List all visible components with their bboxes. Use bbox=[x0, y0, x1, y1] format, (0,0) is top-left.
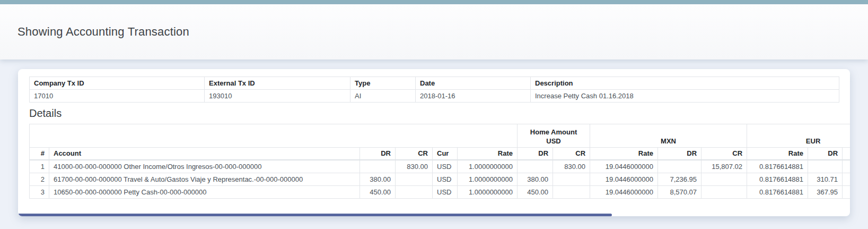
mxn-cr-cell: 15,807.02 bbox=[702, 160, 747, 173]
detail-row: 2 61700-00-000-000000 Travel & Auto/Gast… bbox=[30, 173, 851, 186]
eur-dr-cell: 367.95 bbox=[808, 186, 843, 199]
column-header-row-number: # bbox=[30, 148, 49, 160]
group-header-home-amount: Home Amount USD bbox=[518, 124, 590, 148]
column-header-cr: CR bbox=[396, 148, 433, 160]
type-value: AI bbox=[350, 90, 416, 103]
mxn-rate-cell: 19.0446000000 bbox=[590, 160, 658, 173]
group-header-home-amount-line1: Home Amount bbox=[522, 128, 585, 137]
dr-cell bbox=[360, 160, 396, 173]
rate-cell: 1.0000000000 bbox=[458, 160, 518, 173]
column-header-usd-cr: CR bbox=[553, 148, 590, 160]
transaction-summary-header-row: Company Tx ID External Tx ID Type Date D… bbox=[30, 77, 839, 90]
eur-rate-cell: 0.8176614881 bbox=[747, 186, 808, 199]
column-header-description: Description bbox=[531, 77, 839, 90]
mxn-dr-cell bbox=[658, 160, 702, 173]
eur-dr-cell bbox=[808, 160, 843, 173]
row-number: 2 bbox=[30, 173, 49, 186]
mxn-cr-cell bbox=[702, 186, 747, 199]
mxn-rate-cell: 19.0446000000 bbox=[590, 186, 658, 199]
cr-cell bbox=[396, 173, 433, 186]
column-header-mxn-dr: DR bbox=[658, 148, 702, 160]
group-header-mxn: MXN bbox=[590, 124, 747, 148]
currency-group-header-row: Home Amount USD MXN EUR bbox=[30, 124, 851, 148]
group-header-eur: EUR bbox=[747, 124, 850, 148]
usd-cr-cell: 830.00 bbox=[553, 160, 590, 173]
horizontal-scrollbar-thumb[interactable] bbox=[18, 214, 612, 216]
eur-cr-cell bbox=[843, 160, 850, 173]
cur-cell: USD bbox=[433, 160, 458, 173]
account-cell: 10650-00-000-000000 Petty Cash-00-000-00… bbox=[49, 186, 360, 199]
usd-dr-cell bbox=[518, 160, 553, 173]
detail-row: 3 10650-00-000-000000 Petty Cash-00-000-… bbox=[30, 186, 851, 199]
eur-rate-cell: 0.8176614881 bbox=[747, 173, 808, 186]
date-value: 2018-01-16 bbox=[416, 90, 531, 103]
transaction-card: Company Tx ID External Tx ID Type Date D… bbox=[18, 69, 850, 216]
usd-dr-cell: 450.00 bbox=[518, 186, 553, 199]
column-header-mxn-cr: CR bbox=[702, 148, 747, 160]
external-tx-id-value: 193010 bbox=[205, 90, 350, 103]
account-cell: 41000-00-000-000000 Other Income/Otros I… bbox=[49, 160, 360, 173]
row-number: 3 bbox=[30, 186, 49, 199]
dr-cell: 450.00 bbox=[360, 186, 396, 199]
column-header-type: Type bbox=[350, 77, 416, 90]
detail-row: 1 41000-00-000-000000 Other Income/Otros… bbox=[30, 160, 851, 173]
account-cell: 61700-00-000-000000 Travel & Auto/Gastos… bbox=[49, 173, 360, 186]
column-header-dr: DR bbox=[360, 148, 396, 160]
details-table: Home Amount USD MXN EUR # Account DR CR … bbox=[29, 124, 850, 199]
mxn-rate-cell: 19.0446000000 bbox=[590, 173, 658, 186]
column-header-rate: Rate bbox=[458, 148, 518, 160]
details-column-header-row: # Account DR CR Cur Rate DR CR Rate DR C… bbox=[30, 148, 851, 160]
column-header-cur: Cur bbox=[433, 148, 458, 160]
column-header-eur-cr: CR bbox=[843, 148, 850, 160]
eur-cr-cell bbox=[843, 173, 850, 186]
page-header: Showing Accounting Transaction bbox=[0, 4, 868, 60]
column-header-date: Date bbox=[416, 77, 531, 90]
details-heading: Details bbox=[29, 107, 850, 120]
mxn-dr-cell: 7,236.95 bbox=[658, 173, 702, 186]
column-header-mxn-rate: Rate bbox=[590, 148, 658, 160]
column-header-eur-dr: DR bbox=[808, 148, 843, 160]
column-header-eur-rate: Rate bbox=[747, 148, 808, 160]
mxn-cr-cell bbox=[702, 173, 747, 186]
eur-dr-cell: 310.71 bbox=[808, 173, 843, 186]
rate-cell: 1.0000000000 bbox=[458, 186, 518, 199]
column-header-usd-dr: DR bbox=[518, 148, 553, 160]
rate-cell: 1.0000000000 bbox=[458, 173, 518, 186]
transaction-summary-table: Company Tx ID External Tx ID Type Date D… bbox=[29, 77, 839, 103]
usd-cr-cell bbox=[553, 186, 590, 199]
cr-cell bbox=[396, 186, 433, 199]
cur-cell: USD bbox=[433, 186, 458, 199]
mxn-dr-cell: 8,570.07 bbox=[658, 186, 702, 199]
column-header-external-tx-id: External Tx ID bbox=[205, 77, 350, 90]
usd-cr-cell bbox=[553, 173, 590, 186]
column-header-account: Account bbox=[49, 148, 360, 160]
page-title: Showing Accounting Transaction bbox=[17, 25, 189, 39]
row-number: 1 bbox=[30, 160, 49, 173]
column-header-company-tx-id: Company Tx ID bbox=[30, 77, 205, 90]
company-tx-id-value: 17010 bbox=[30, 90, 205, 103]
cur-cell: USD bbox=[433, 173, 458, 186]
usd-dr-cell: 380.00 bbox=[518, 173, 553, 186]
horizontal-scrollbar-track[interactable] bbox=[18, 214, 850, 216]
top-accent-bar bbox=[0, 0, 868, 4]
cr-cell: 830.00 bbox=[396, 160, 433, 173]
eur-cr-cell bbox=[843, 186, 850, 199]
transaction-summary-value-row: 17010 193010 AI 2018-01-16 Increase Pett… bbox=[30, 90, 839, 103]
group-header-home-amount-line2: USD bbox=[522, 137, 585, 146]
description-value: Increase Petty Cash 01.16.2018 bbox=[531, 90, 839, 103]
dr-cell: 380.00 bbox=[360, 173, 396, 186]
group-header-spacer bbox=[30, 124, 518, 148]
details-table-viewport: Home Amount USD MXN EUR # Account DR CR … bbox=[29, 124, 850, 199]
eur-rate-cell: 0.8176614881 bbox=[747, 160, 808, 173]
